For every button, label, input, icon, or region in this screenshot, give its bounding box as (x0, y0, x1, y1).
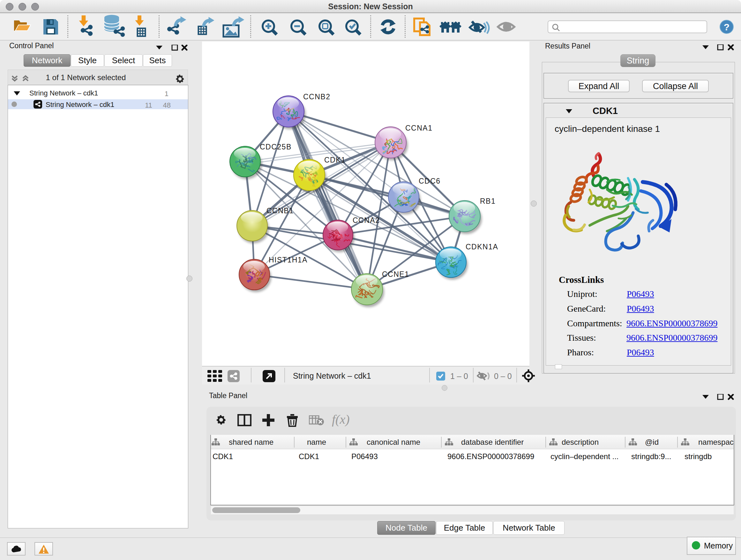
svg-text:CCNA1: CCNA1 (405, 124, 432, 132)
svg-text:CCNA2: CCNA2 (353, 216, 380, 225)
svg-text:CDC25B: CDC25B (260, 143, 292, 151)
svg-text:CDKN1A: CDKN1A (466, 243, 498, 251)
svg-text:HIST1H1A: HIST1H1A (269, 256, 308, 264)
svg-text:CCNB2: CCNB2 (303, 92, 330, 101)
svg-text:CDK1: CDK1 (324, 156, 346, 164)
svg-text:CDC6: CDC6 (419, 177, 441, 185)
svg-text:CCNE1: CCNE1 (382, 270, 409, 278)
svg-text:RB1: RB1 (480, 197, 495, 205)
svg-text:CCNB1: CCNB1 (266, 206, 293, 215)
